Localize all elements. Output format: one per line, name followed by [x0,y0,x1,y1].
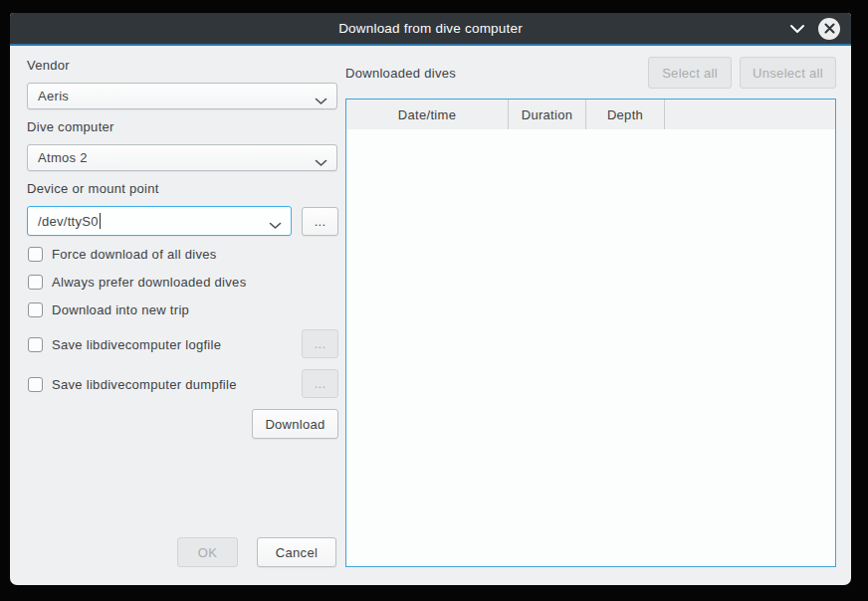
checkbox-box[interactable] [28,275,43,290]
checkbox-box[interactable] [28,337,43,352]
vendor-label: Vendor [27,58,70,73]
dumpfile-browse-button[interactable]: ... [302,369,338,398]
titlebar[interactable]: Download from dive computer [10,13,851,46]
close-x-icon [824,23,835,34]
column-header-depth[interactable]: Depth [586,100,665,129]
device-combobox-value: /dev/ttyS0 [38,214,99,229]
cancel-button[interactable]: Cancel [257,537,336,567]
checkbox-force-download[interactable]: Force download of all dives [28,245,217,263]
checkbox-new-trip[interactable]: Download into new trip [28,300,189,318]
device-combobox[interactable]: /dev/ttyS0 [27,206,292,236]
checkbox-save-dumpfile[interactable]: Save libdivecomputer dumpfile [28,375,237,393]
download-dialog-window: Download from dive computer Vendor Aeris… [10,13,851,585]
vendor-dropdown[interactable]: Aeris [27,83,337,109]
checkbox-prefer-downloaded[interactable]: Always prefer downloaded dives [28,273,246,291]
dive-computer-dropdown[interactable]: Atmos 2 [27,144,337,171]
dive-computer-label: Dive computer [27,119,114,134]
vendor-dropdown-value: Aeris [38,89,69,103]
unselect-all-button[interactable]: Unselect all [740,57,836,89]
shade-chevron-down-icon[interactable] [789,24,805,34]
checkbox-label: Force download of all dives [52,247,217,262]
checkbox-label: Download into new trip [52,302,189,317]
table-header-row: Date/time Duration Depth [346,100,835,130]
select-all-button[interactable]: Select all [648,57,732,89]
device-browse-button[interactable]: ... [302,207,338,236]
close-button[interactable] [818,18,840,40]
ok-button[interactable]: OK [177,537,238,567]
download-button[interactable]: Download [252,409,338,439]
downloaded-dives-table[interactable]: Date/time Duration Depth [345,99,836,567]
column-header-duration[interactable]: Duration [509,100,586,129]
downloaded-dives-label: Downloaded dives [345,66,456,81]
checkbox-box[interactable] [28,247,43,262]
chevron-down-icon [315,155,327,170]
checkbox-box[interactable] [28,377,43,392]
checkbox-label: Always prefer downloaded dives [52,275,246,290]
column-header-datetime[interactable]: Date/time [346,100,509,129]
dialog-content: Vendor Aeris Dive computer Atmos 2 Devic… [10,46,851,585]
checkbox-label: Save libdivecomputer logfile [52,337,221,352]
device-label: Device or mount point [27,181,159,196]
checkbox-box[interactable] [28,302,43,317]
chevron-down-icon [269,218,282,233]
column-header-empty[interactable] [665,100,835,129]
checkbox-label: Save libdivecomputer dumpfile [52,377,237,392]
chevron-down-icon [315,94,327,108]
table-body-empty[interactable] [346,129,835,566]
checkbox-save-logfile[interactable]: Save libdivecomputer logfile [28,335,221,353]
window-title: Download from dive computer [338,21,523,36]
titlebar-icons [789,13,840,44]
text-cursor [100,213,101,229]
dive-computer-dropdown-value: Atmos 2 [38,150,88,165]
logfile-browse-button[interactable]: ... [302,329,338,358]
